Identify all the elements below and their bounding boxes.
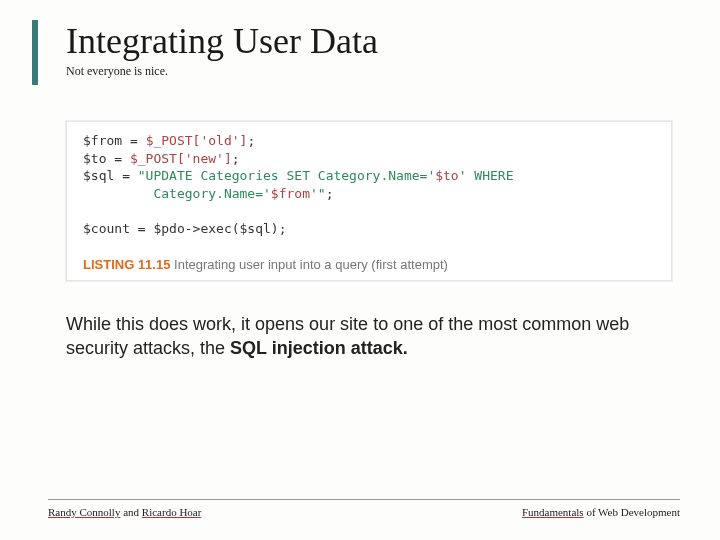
- code-token: =: [106, 151, 129, 166]
- code-listing: $from = $_POST['old']; $to = $_POST['new…: [66, 121, 672, 281]
- code-token: =: [122, 133, 145, 148]
- listing-label: LISTING 11.15: [83, 257, 170, 272]
- code-token: "UPDATE Categories SET Category.Name=': [138, 168, 435, 183]
- slide: Integrating User Data Not everyone is ni…: [0, 0, 720, 540]
- body-paragraph: While this does work, it opens our site …: [66, 313, 640, 360]
- code-token: =: [114, 168, 137, 183]
- code-token: $sql: [83, 168, 114, 183]
- author-2: Ricardo Hoar: [142, 506, 202, 518]
- code-token: =: [130, 221, 153, 236]
- code-token: $from: [271, 186, 310, 201]
- code-token: Category.Name=': [83, 186, 271, 201]
- footer: Randy Connolly and Ricardo Hoar Fundamen…: [48, 499, 680, 518]
- listing-caption: LISTING 11.15 Integrating user input int…: [83, 251, 655, 272]
- code-token: $to: [83, 151, 106, 166]
- code-token: ;: [279, 221, 287, 236]
- author-1: Randy Connolly: [48, 506, 120, 518]
- listing-text: Integrating user input into a query (fir…: [170, 257, 447, 272]
- body-bold: SQL injection attack.: [230, 338, 408, 358]
- code-token: '": [310, 186, 326, 201]
- code-token: $_POST['old']: [146, 133, 248, 148]
- code-token: ;: [247, 133, 255, 148]
- code-token: ;: [232, 151, 240, 166]
- code-token: $to: [435, 168, 458, 183]
- code-token: ;: [326, 186, 334, 201]
- code-token: $pdo->exec($sql): [153, 221, 278, 236]
- code-token: ' WHERE: [459, 168, 514, 183]
- code-token: $count: [83, 221, 130, 236]
- footer-left: Randy Connolly and Ricardo Hoar: [48, 506, 201, 518]
- accent-bar: [32, 20, 38, 85]
- book-title-part: Fundamentals: [522, 506, 584, 518]
- code-token: $from: [83, 133, 122, 148]
- footer-right: Fundamentals of Web Development: [522, 506, 680, 518]
- footer-and: and: [120, 506, 141, 518]
- slide-subtitle: Not everyone is nice.: [66, 64, 680, 79]
- code-content: $from = $_POST['old']; $to = $_POST['new…: [83, 132, 655, 237]
- book-title-rest: of Web Development: [584, 506, 680, 518]
- slide-title: Integrating User Data: [66, 20, 680, 62]
- code-token: $_POST['new']: [130, 151, 232, 166]
